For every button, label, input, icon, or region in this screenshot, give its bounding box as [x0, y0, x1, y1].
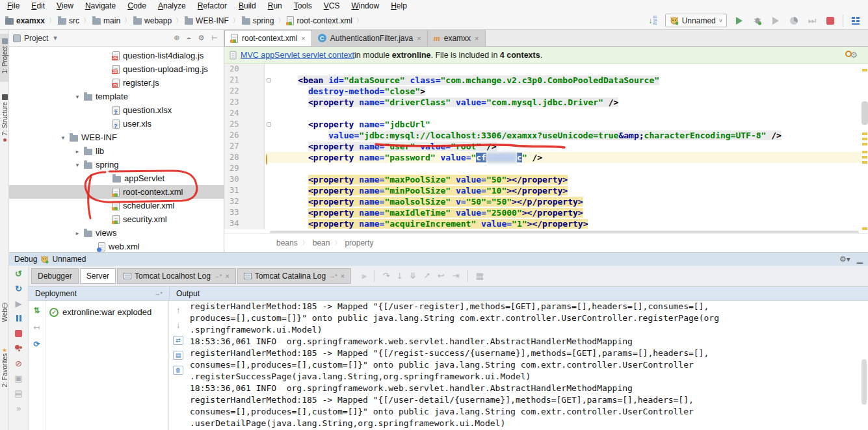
editor-tab-root-context-xml[interactable]: root-context.xml× [224, 30, 312, 46]
tree-item-template[interactable]: ▾template [9, 90, 224, 103]
update-application-button[interactable]: ↻ [13, 283, 25, 294]
step-over-icon[interactable]: ↷ [382, 271, 389, 281]
breadcrumb-item[interactable]: webapp [133, 16, 172, 25]
thread-dump-button[interactable]: ▣ [13, 373, 25, 383]
menu-item-run[interactable]: Run [262, 1, 288, 10]
chevron-down-icon[interactable]: ▾ [51, 34, 59, 42]
menu-item-build[interactable]: Build [233, 1, 262, 10]
settings-gear-icon[interactable]: ⚙▾ [839, 255, 850, 264]
tree-item-spring[interactable]: ▾spring [9, 158, 224, 171]
tree-item-scheduler-xml[interactable]: scheduler.xml [9, 199, 224, 212]
chevron-down-icon[interactable]: ▾ [74, 162, 81, 168]
tree-item-question-xlsx[interactable]: ?question.xlsx [9, 103, 224, 117]
tree-item-views[interactable]: ▸views [9, 226, 224, 240]
pin-icon[interactable]: →* [154, 290, 163, 297]
menu-item-file[interactable]: File [1, 1, 25, 10]
xml-breadcrumb-item[interactable]: beans [276, 238, 298, 247]
tree-item-root-context-xml[interactable]: root-context.xml [9, 185, 224, 199]
step-into-icon[interactable]: ⭣ [397, 271, 401, 281]
editor-vscrollbar[interactable] [861, 64, 868, 234]
close-icon[interactable]: × [417, 34, 421, 42]
fold-marker-icon[interactable] [267, 122, 271, 127]
tree-item-appservlet[interactable]: appServlet [9, 171, 224, 185]
breadcrumb-item[interactable]: spring [242, 16, 274, 25]
code-editor[interactable]: 2021 <bean id="dataSource" class="com.mc… [224, 64, 861, 229]
project-structure-button[interactable] [850, 15, 861, 27]
soft-wrap-icon[interactable]: ⇄ [173, 336, 183, 345]
tree-item-user-xls[interactable]: ?user.xls [9, 117, 224, 131]
debug-tab-server[interactable]: Server [80, 268, 116, 284]
close-icon[interactable]: × [341, 272, 345, 280]
debug-tab-tomcat-localhost-log[interactable]: Tomcat Localhost Log→*× [117, 268, 236, 284]
run-button[interactable] [733, 15, 745, 27]
scroll-up-icon[interactable]: ↑ [173, 306, 183, 315]
breadcrumb-item[interactable]: root-context.xml [287, 16, 352, 25]
tree-item-security-xml[interactable]: security.xml [9, 212, 224, 226]
tree-item-web-xml[interactable]: web.xml [9, 240, 224, 252]
breadcrumb-item[interactable]: examxx [5, 16, 45, 25]
drop-frame-icon[interactable]: ↩ [438, 271, 445, 281]
editor-tab-authenticationfilter-java[interactable]: CAuthenticationFilter.java× [312, 30, 428, 46]
debug-tab-debugger[interactable]: Debugger [31, 268, 79, 284]
show-execution-point-icon[interactable]: ⫸ [362, 271, 366, 281]
deployment-item[interactable]: ✓ extronline:war exploded [49, 307, 151, 317]
force-step-into-icon[interactable]: ⤋ [410, 271, 417, 281]
scrollbar-thumb[interactable] [861, 101, 868, 125]
chevron-right-icon[interactable]: ▸ [74, 148, 81, 155]
stop-button[interactable] [13, 328, 25, 338]
output-log[interactable]: registerHandlerMethod:185 -> Mapped "{[/… [190, 301, 860, 430]
mute-breakpoints-button[interactable]: ⊘ [13, 358, 25, 368]
chevron-down-icon[interactable]: ▾ [74, 94, 81, 100]
menu-item-navigate[interactable]: Navigate [79, 1, 122, 10]
undeploy-button[interactable]: ↤ [33, 323, 40, 332]
evaluate-expression-icon[interactable]: ▦ [476, 271, 484, 281]
more-button[interactable]: » [13, 403, 25, 413]
collapse-icon[interactable]: ÷ [185, 34, 192, 42]
tree-item-question-upload-img-js[interactable]: JSquestion-upload-img.js [9, 62, 224, 76]
tree-item-web-inf[interactable]: ▾WEB-INF [9, 131, 224, 144]
editor-tab-examxx[interactable]: mexamxx× [428, 30, 486, 46]
menu-item-edit[interactable]: Edit [25, 1, 51, 10]
chevron-down-icon[interactable]: ▾ [60, 134, 66, 141]
menu-item-help[interactable]: Help [385, 1, 413, 10]
xml-breadcrumb-item[interactable]: property [345, 238, 373, 247]
output-scrollbar-thumb[interactable] [861, 359, 867, 405]
chevron-right-icon[interactable]: ▸ [74, 230, 81, 236]
toolbar-tab-project[interactable]: 1: Project [0, 34, 9, 82]
run-config-select[interactable]: Unnamed ˅ [665, 14, 727, 27]
menu-item-code[interactable]: Code [122, 1, 152, 10]
debug-tab-tomcat-catalina-log[interactable]: Tomcat Catalina Log→*× [237, 268, 351, 284]
deploy-button[interactable]: ⇅ [33, 306, 40, 315]
close-icon[interactable]: × [225, 272, 229, 280]
run-with-coverage-button[interactable] [770, 15, 782, 27]
redeploy-button[interactable]: ⟳ [33, 340, 40, 349]
skip-steps-button[interactable]: ⏭ [806, 15, 818, 27]
profiler-button[interactable] [788, 15, 800, 27]
breadcrumb-item[interactable]: src [58, 16, 79, 25]
breadcrumb-item[interactable]: main [92, 16, 120, 25]
toolbar-tab-structure[interactable]: 7: Structure [0, 92, 9, 155]
hide-panel-icon[interactable]: ⊢ [209, 34, 220, 42]
restore-layout-button[interactable]: ▤ [13, 388, 25, 398]
toolbar-tab-favorites[interactable]: ★ 2: Favorites [0, 347, 9, 405]
view-breakpoints-button[interactable] [13, 343, 25, 353]
sort-lines-icon[interactable]: ↓ 011001 [647, 15, 659, 27]
pause-button[interactable] [13, 313, 25, 323]
xml-breadcrumb-item[interactable]: bean [313, 238, 330, 247]
print-icon[interactable]: ▤ [173, 351, 183, 360]
close-icon[interactable]: × [301, 34, 305, 42]
hide-panel-icon[interactable]: ▁ [857, 255, 863, 264]
tree-item-lib[interactable]: ▸lib [9, 144, 224, 158]
scroll-down-icon[interactable]: ↓ [173, 321, 183, 330]
settings-gear-icon[interactable]: ⚙ [196, 34, 207, 42]
toolbar-tab-web[interactable]: Web [0, 303, 9, 335]
menu-item-vcs[interactable]: VCS [318, 1, 346, 10]
tree-item-question-list4dialog-js[interactable]: JSquestion-list4dialog.js [9, 49, 224, 62]
resume-button[interactable]: ▶ [13, 298, 25, 309]
rerun-button[interactable]: ↺ [13, 268, 25, 279]
fold-marker-icon[interactable] [267, 78, 271, 82]
breadcrumb-item[interactable]: WEB-INF [185, 16, 229, 25]
close-icon[interactable]: × [475, 34, 479, 42]
tree-item-register-js[interactable]: JSregister.js [9, 76, 224, 90]
menu-item-refactor[interactable]: Refactor [192, 1, 233, 10]
